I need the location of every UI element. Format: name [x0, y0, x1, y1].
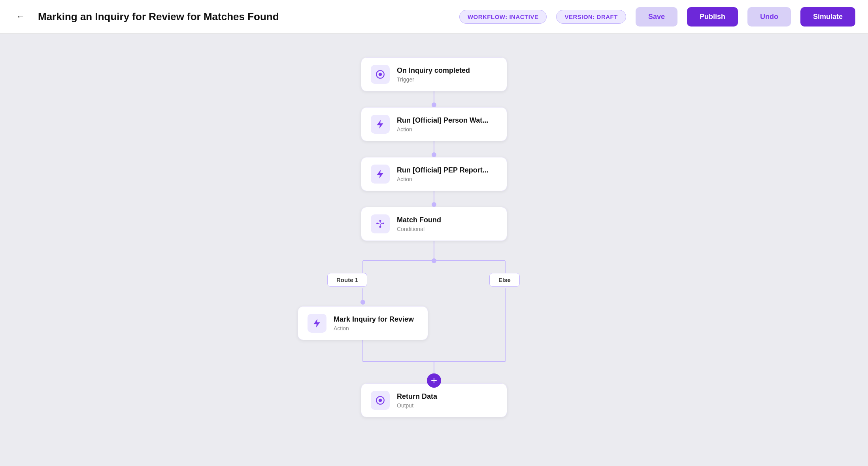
- route1-label[interactable]: Route 1: [327, 277, 367, 284]
- svg-rect-2: [376, 223, 378, 224]
- back-button[interactable]: ←: [13, 9, 28, 25]
- output-subtitle: Output: [397, 402, 437, 409]
- connector-3: [432, 191, 436, 207]
- publish-button[interactable]: Publish: [687, 7, 738, 27]
- action3-title: Mark Inquiry for Review: [334, 315, 414, 324]
- svg-rect-4: [379, 226, 381, 227]
- branch-container: Route 1 Else Mark Inquiry for Review Act…: [276, 241, 592, 383]
- action3-subtitle: Action: [334, 325, 414, 332]
- workflow-canvas: On Inquiry completed Trigger Run [Offici…: [0, 34, 868, 466]
- connector-2: [432, 141, 436, 157]
- svg-rect-3: [379, 220, 381, 222]
- action1-subtitle: Action: [397, 126, 488, 133]
- header: ← Marking an Inquiry for Review for Matc…: [0, 0, 868, 34]
- conditional-title: Match Found: [397, 216, 441, 225]
- svg-point-1: [379, 73, 382, 76]
- save-button[interactable]: Save: [636, 7, 677, 27]
- trigger-icon: [371, 65, 390, 84]
- action3-icon: [308, 314, 326, 333]
- page-title: Marking an Inquiry for Review for Matche…: [38, 11, 279, 23]
- output-node[interactable]: Return Data Output: [361, 383, 507, 417]
- conditional-node[interactable]: Match Found Conditional: [361, 207, 507, 241]
- svg-point-16: [360, 300, 365, 305]
- action1-title: Run [Official] Person Wat...: [397, 116, 488, 125]
- svg-rect-5: [382, 223, 384, 224]
- connector-1: [432, 91, 436, 107]
- trigger-subtitle: Trigger: [397, 76, 470, 83]
- workflow-status-badge: WORKFLOW: INACTIVE: [459, 10, 547, 24]
- output-title: Return Data: [397, 392, 437, 401]
- action1-icon: [371, 115, 390, 134]
- trigger-node[interactable]: On Inquiry completed Trigger: [361, 57, 507, 91]
- version-status-badge: VERSION: DRAFT: [556, 10, 626, 24]
- action3-node[interactable]: Mark Inquiry for Review Action: [298, 306, 428, 340]
- action2-title: Run [Official] PEP Report...: [397, 166, 489, 175]
- action2-icon: [371, 165, 390, 184]
- undo-button[interactable]: Undo: [747, 7, 791, 27]
- svg-point-24: [379, 399, 382, 402]
- action2-node[interactable]: Run [Official] PEP Report... Action: [361, 157, 507, 191]
- workflow-diagram: On Inquiry completed Trigger Run [Offici…: [276, 57, 592, 417]
- else-label[interactable]: Else: [489, 277, 520, 284]
- output-icon: [371, 391, 390, 410]
- add-node-button[interactable]: [427, 373, 441, 388]
- conditional-subtitle: Conditional: [397, 226, 441, 232]
- action1-node[interactable]: Run [Official] Person Wat... Action: [361, 107, 507, 141]
- action2-subtitle: Action: [397, 176, 489, 182]
- svg-point-14: [432, 258, 436, 263]
- simulate-button[interactable]: Simulate: [800, 7, 855, 27]
- trigger-title: On Inquiry completed: [397, 66, 470, 75]
- conditional-icon: [371, 214, 390, 233]
